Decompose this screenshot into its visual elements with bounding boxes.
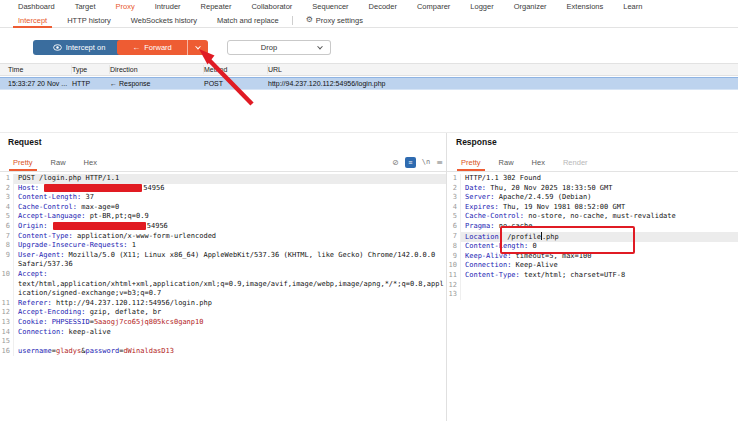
column-header-url[interactable]: URL <box>268 65 738 74</box>
inspector-icon[interactable]: ≡ <box>405 157 416 168</box>
newline-toggle-icon[interactable]: \n <box>422 159 430 166</box>
tab-raw[interactable]: Raw <box>490 153 523 171</box>
code-line[interactable]: 14Connection: keep-alive <box>0 328 446 338</box>
menu-item-logger[interactable]: Logger <box>460 2 503 11</box>
subtab-label: Match and replace <box>217 16 279 25</box>
code-segment: gladys <box>56 347 81 355</box>
column-header-type[interactable]: Type <box>72 65 110 74</box>
line-number: 13 <box>0 318 14 328</box>
code-line[interactable]: 13Cookie: PHPSESSID=5aaogj7co65jq805kcs0… <box>0 318 446 328</box>
line-content: Expires: Thu, 19 Nov 1981 08:52:00 GMT <box>461 203 738 213</box>
editor-menu-icon[interactable]: ≡ <box>436 159 443 167</box>
code-line[interactable]: 4Expires: Thu, 19 Nov 1981 08:52:00 GMT <box>447 203 738 213</box>
tab-pretty[interactable]: Pretty <box>452 153 490 171</box>
code-segment: Accept: <box>18 270 48 278</box>
tab-pretty[interactable]: Pretty <box>4 153 42 171</box>
line-number: 12 <box>447 281 461 291</box>
code-line[interactable]: 9Keep-Alive: timeout=5, max=100 <box>447 252 738 262</box>
menu-item-organizer[interactable]: Organizer <box>504 2 557 11</box>
code-segment: Expires: <box>465 203 499 211</box>
subtab-proxy-settings[interactable]: ⚙Proxy settings <box>296 13 373 27</box>
line-number: 8 <box>0 241 14 251</box>
code-line[interactable]: 7Location: /profile.php <box>447 232 738 243</box>
line-number: 7 <box>0 232 14 242</box>
code-segment: Content-Length: <box>18 193 81 201</box>
code-line[interactable]: 1POST /login.php HTTP/1.1 <box>0 174 446 184</box>
menu-item-comparer[interactable]: Comparer <box>407 2 460 11</box>
code-segment: Upgrade-Insecure-Requests: <box>18 241 128 249</box>
forward-button[interactable]: ← Forward <box>117 40 187 55</box>
code-segment: text/html,application/xhtml+xml,applicat… <box>18 270 444 297</box>
subtab-http-history[interactable]: HTTP history <box>57 13 121 27</box>
code-line[interactable]: 4Cache-Control: max-age=0 <box>0 203 446 213</box>
code-line[interactable]: 16username=gladys&password=dWinaldasD13 <box>0 347 446 357</box>
menu-item-extensions[interactable]: Extensions <box>557 2 614 11</box>
forward-dropdown-button[interactable] <box>187 40 208 55</box>
subtab-match-and-replace[interactable]: Match and replace <box>207 13 289 27</box>
menu-item-intruder[interactable]: Intruder <box>145 2 191 11</box>
code-line[interactable]: 3Server: Apache/2.4.59 (Debian) <box>447 193 738 203</box>
code-line[interactable]: 8Upgrade-Insecure-Requests: 1 <box>0 241 446 251</box>
code-line[interactable]: 9User-Agent: Mozilla/5.0 (X11; Linux x86… <box>0 251 446 270</box>
eye-icon <box>53 44 62 51</box>
subtab-websockets-history[interactable]: WebSockets history <box>121 13 207 27</box>
code-line[interactable]: 1HTTP/1.1 302 Found <box>447 174 738 184</box>
code-line[interactable]: 7Content-Type: application/x-www-form-ur… <box>0 232 446 242</box>
chevron-down-icon <box>195 43 201 49</box>
tab-hex[interactable]: Hex <box>523 153 554 171</box>
drop-dropdown-button[interactable] <box>310 40 331 55</box>
code-line[interactable]: 8Content-Length: 0 <box>447 242 738 252</box>
hide-nonprinting-icon[interactable]: ⊘ <box>392 159 399 167</box>
column-header-direction[interactable]: Direction <box>110 65 204 74</box>
menu-item-repeater[interactable]: Repeater <box>191 2 242 11</box>
line-number: 10 <box>447 261 461 271</box>
code-segment: Apache/2.4.59 (Debian) <box>495 193 592 201</box>
menu-item-learn[interactable]: Learn <box>613 2 652 11</box>
code-segment: Keep-Alive <box>511 261 557 269</box>
code-segment <box>48 222 52 230</box>
drop-button[interactable]: Drop <box>227 40 311 55</box>
column-header-time[interactable]: Time <box>0 65 72 74</box>
code-segment: Thu, 20 Nov 2025 18:33:50 GMT <box>486 184 612 192</box>
line-number: 7 <box>447 232 461 243</box>
code-line[interactable]: 2Date: Thu, 20 Nov 2025 18:33:50 GMT <box>447 184 738 194</box>
code-line[interactable]: 6Origin: 54956 <box>0 222 446 232</box>
line-content: Referer: http://94.237.120.112:54956/log… <box>14 299 446 309</box>
menu-item-collaborator[interactable]: Collaborator <box>241 2 302 11</box>
menu-item-dashboard[interactable]: Dashboard <box>8 2 65 11</box>
menu-item-decoder[interactable]: Decoder <box>359 2 407 11</box>
code-line[interactable]: 6Pragma: no-cache <box>447 222 738 232</box>
line-number: 11 <box>0 299 14 309</box>
table-row[interactable]: 15:33:27 20 Nov ... HTTP ← Response POST… <box>0 77 738 90</box>
line-number: 9 <box>447 252 461 262</box>
intercept-on-button[interactable]: Intercept on <box>33 40 125 55</box>
menu-item-proxy[interactable]: Proxy <box>106 2 145 11</box>
code-line[interactable]: 11Referer: http://94.237.120.112:54956/l… <box>0 299 446 309</box>
tab-hex[interactable]: Hex <box>75 153 106 171</box>
column-header-method[interactable]: Method <box>204 65 268 74</box>
main-menu-bar: DashboardTargetProxyIntruderRepeaterColl… <box>0 0 738 13</box>
code-line[interactable]: 11Content-Type: text/html; charset=UTF-8 <box>447 271 738 281</box>
code-line[interactable]: 12 <box>447 281 738 291</box>
code-segment: 5aaogj7co65jq805kcs0ganp10 <box>94 318 204 326</box>
code-line[interactable]: 2Host: 54956 <box>0 184 446 194</box>
code-segment: timeout=5, max=100 <box>511 252 591 260</box>
code-line[interactable]: 15 <box>0 337 446 347</box>
redaction-block <box>53 222 146 230</box>
code-segment: 1 <box>128 241 136 249</box>
tab-raw[interactable]: Raw <box>42 153 75 171</box>
code-line[interactable]: 12Accept-Encoding: gzip, deflate, br <box>0 308 446 318</box>
code-line[interactable]: 3Content-Length: 37 <box>0 193 446 203</box>
code-line[interactable]: 10Accept: text/html,application/xhtml+xm… <box>0 270 446 299</box>
request-editor[interactable]: 1POST /login.php HTTP/1.12Host: 549563Co… <box>0 174 446 356</box>
response-editor[interactable]: 1HTTP/1.1 302 Found2Date: Thu, 20 Nov 20… <box>447 174 738 300</box>
line-content: username=gladys&password=dWinaldasD13 <box>14 347 446 357</box>
menu-item-target[interactable]: Target <box>65 2 106 11</box>
gear-icon: ⚙ <box>306 16 313 24</box>
code-line[interactable]: 10Connection: Keep-Alive <box>447 261 738 271</box>
code-line[interactable]: 13 <box>447 290 738 300</box>
menu-item-sequencer[interactable]: Sequencer <box>302 2 358 11</box>
code-line[interactable]: 5Cache-Control: no-store, no-cache, must… <box>447 212 738 222</box>
code-line[interactable]: 5Accept-Language: pt-BR,pt;q=0.9 <box>0 212 446 222</box>
subtab-intercept[interactable]: Intercept <box>8 13 57 27</box>
